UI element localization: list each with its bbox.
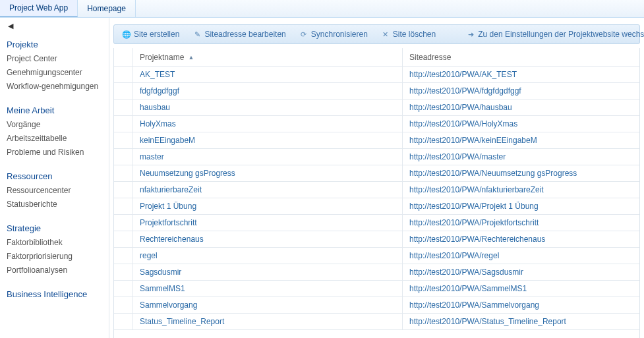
project-name-link[interactable]: Projektfortschritt [140, 218, 197, 227]
nav-title-ressourcen[interactable]: Ressourcen [7, 167, 109, 184]
row-selector[interactable] [114, 297, 133, 313]
table-row[interactable]: Rechtereichenaushttp://test2010/PWA/Rech… [114, 231, 639, 248]
cell-projektname: Sagsdusmir [133, 264, 403, 280]
column-header-siteadresse[interactable]: Siteadresse [403, 48, 639, 66]
site-address-link[interactable]: http://test2010/PWA/Rechtereichenaus [409, 235, 545, 244]
tab-homepage[interactable]: Homepage [78, 0, 136, 17]
nav-item-portfolioanalysen[interactable]: Portfolioanalysen [7, 264, 109, 277]
row-selector[interactable] [114, 83, 133, 99]
project-name-link[interactable]: hausbau [140, 103, 170, 112]
back-arrow-icon[interactable]: ◀ [7, 20, 109, 36]
edit-site-address-button[interactable]: ✎ Siteadresse bearbeiten [187, 26, 291, 42]
goto-site-settings-button[interactable]: ➜ Zu den Einstellungen der Projektwebsit… [461, 26, 644, 42]
table-row[interactable]: keinEEingabeMhttp://test2010/PWA/keinEEi… [114, 132, 639, 149]
project-name-link[interactable]: master [140, 152, 164, 161]
row-selector[interactable] [114, 231, 133, 247]
project-name-link[interactable]: Status_Timeline_Report [140, 317, 224, 326]
project-name-link[interactable]: Neuumsetzung gsProgress [140, 169, 235, 178]
row-selector[interactable] [114, 116, 133, 132]
site-address-link[interactable]: http://test2010/PWA/Neuumsetzung gsProgr… [409, 169, 577, 178]
table-row[interactable]: Sammelvorganghttp://test2010/PWA/Sammelv… [114, 297, 639, 314]
row-selector[interactable] [114, 67, 133, 82]
project-name-link[interactable]: Sagsdusmir [140, 268, 181, 277]
row-selector[interactable] [114, 215, 133, 231]
nav-item-project-center[interactable]: Project Center [7, 52, 109, 66]
table-row[interactable]: SammelMS1http://test2010/PWA/SammelMS1 [114, 281, 639, 297]
project-name-link[interactable]: Projekt 1 Übung [140, 202, 196, 211]
nav-item-faktorpriorisierung[interactable]: Faktorpriorisierung [7, 250, 109, 264]
project-name-link[interactable]: SammelMS1 [140, 284, 185, 293]
button-label: Zu den Einstellungen der Projektwebsite … [478, 30, 644, 39]
project-name-link[interactable]: nfakturierbareZeit [140, 185, 202, 194]
site-address-link[interactable]: http://test2010/PWA/HolyXmas [409, 119, 517, 128]
table-row[interactable]: nfakturierbareZeithttp://test2010/PWA/nf… [114, 182, 639, 198]
table-row[interactable]: Projekt 1 Übunghttp://test2010/PWA/Proje… [114, 198, 639, 215]
nav-item-genehmigungscenter[interactable]: Genehmigungscenter [7, 66, 109, 80]
cell-projektname: Neuumsetzung gsProgress [133, 165, 403, 181]
site-address-link[interactable]: http://test2010/PWA/Sagsdusmir [409, 268, 523, 277]
row-selector[interactable] [114, 248, 133, 264]
project-name-link[interactable]: keinEEingabeM [140, 136, 195, 145]
project-name-link[interactable]: fdgfdgdfggf [140, 86, 179, 96]
table-row[interactable]: regelhttp://test2010/PWA/regel [114, 248, 639, 264]
table-row[interactable]: Neuumsetzung gsProgresshttp://test2010/P… [114, 165, 639, 182]
delete-site-button[interactable]: ✕ Site löschen [376, 26, 441, 42]
cell-projektname: regel [133, 248, 403, 264]
table-row[interactable]: Sagsdusmirhttp://test2010/PWA/Sagsdusmir [114, 264, 639, 281]
site-address-link[interactable]: http://test2010/PWA/regel [409, 251, 499, 260]
row-selector[interactable] [114, 99, 133, 115]
project-name-link[interactable]: Rechtereichenaus [140, 235, 204, 244]
site-address-link[interactable]: http://test2010/PWA/hausbau [409, 103, 512, 112]
delete-icon: ✕ [381, 30, 390, 39]
nav-title-strategie[interactable]: Strategie [7, 219, 109, 236]
site-address-link[interactable]: http://test2010/PWA/Projekt 1 Übung [409, 202, 539, 211]
project-name-link[interactable]: HolyXmas [140, 119, 176, 128]
project-name-link[interactable]: Sammelvorgang [140, 300, 197, 310]
create-site-button[interactable]: 🌐 Site erstellen [117, 26, 185, 42]
project-name-link[interactable]: regel [140, 251, 158, 260]
sync-button[interactable]: ⟳ Synchronisieren [294, 26, 373, 42]
nav-item-workflow-genehmigungen[interactable]: Workflow-genehmigungen [7, 80, 109, 94]
site-address-link[interactable]: http://test2010/PWA/Sammelvorgang [409, 300, 539, 310]
grid-body: AK_TESThttp://test2010/PWA/AK_TESTfdgfdg… [114, 67, 639, 338]
column-header-projektname[interactable]: Projektname ▲ [133, 48, 403, 66]
row-selector-header[interactable] [114, 48, 133, 66]
table-row[interactable]: AK_TESThttp://test2010/PWA/AK_TEST [114, 67, 639, 83]
nav-item-statusberichte[interactable]: Statusberichte [7, 198, 109, 211]
site-address-link[interactable]: http://test2010/PWA/Status_Timeline_Repo… [409, 317, 566, 326]
row-selector[interactable] [114, 132, 133, 148]
site-address-link[interactable]: http://test2010/PWA/AK_TEST [409, 70, 517, 79]
row-selector[interactable] [114, 314, 133, 329]
cell-projektname: fdgfdgdfggf [133, 83, 403, 99]
nav-title-meine-arbeit[interactable]: Meine Arbeit [7, 101, 109, 118]
site-address-link[interactable]: http://test2010/PWA/fdgfdgdfggf [409, 86, 521, 96]
row-selector[interactable] [114, 281, 133, 296]
row-selector[interactable] [114, 165, 133, 181]
site-address-link[interactable]: http://test2010/PWA/keinEEingabeM [409, 136, 537, 145]
site-address-link[interactable]: http://test2010/PWA/nfakturierbareZeit [409, 185, 544, 194]
site-address-link[interactable]: http://test2010/PWA/master [409, 152, 506, 161]
table-row[interactable]: fdgfdgdfggfhttp://test2010/PWA/fdgfdgdfg… [114, 83, 639, 99]
site-address-link[interactable]: http://test2010/PWA/SammelMS1 [409, 284, 527, 293]
cell-siteadresse: http://test2010/PWA/HolyXmas [403, 116, 639, 132]
tab-project-web-app[interactable]: Project Web App [0, 0, 78, 17]
nav-title-business-intelligence[interactable]: Business Intelligence [7, 285, 109, 302]
row-selector[interactable] [114, 264, 133, 280]
nav-item-faktorbibliothek[interactable]: Faktorbibliothek [7, 236, 109, 250]
nav-title-projekte[interactable]: Projekte [7, 36, 109, 52]
table-row[interactable]: hausbauhttp://test2010/PWA/hausbau [114, 99, 639, 116]
nav-item-arbeitszeittabelle[interactable]: Arbeitszeittabelle [7, 132, 109, 146]
table-row[interactable]: masterhttp://test2010/PWA/master [114, 149, 639, 165]
project-name-link[interactable]: AK_TEST [140, 70, 175, 79]
nav-group-projekte: Projekte Project Center Genehmigungscent… [7, 36, 109, 94]
row-selector[interactable] [114, 198, 133, 214]
table-row[interactable]: Projektfortschritthttp://test2010/PWA/Pr… [114, 215, 639, 231]
site-address-link[interactable]: http://test2010/PWA/Projektfortschritt [409, 218, 539, 227]
table-row[interactable]: HolyXmashttp://test2010/PWA/HolyXmas [114, 116, 639, 132]
row-selector[interactable] [114, 149, 133, 165]
nav-item-vorgaenge[interactable]: Vorgänge [7, 118, 109, 132]
nav-item-ressourcencenter[interactable]: Ressourcencenter [7, 184, 109, 198]
nav-item-probleme-und-risiken[interactable]: Probleme und Risiken [7, 146, 109, 159]
table-row[interactable]: Status_Timeline_Reporthttp://test2010/PW… [114, 314, 639, 330]
row-selector[interactable] [114, 182, 133, 198]
